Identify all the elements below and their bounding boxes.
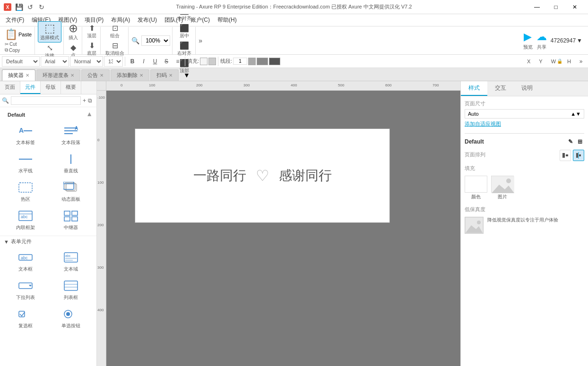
line-color-box3[interactable] xyxy=(269,58,280,65)
fill-color-box1[interactable] xyxy=(200,58,208,65)
widget-text-para[interactable]: A 文本段落 xyxy=(49,122,93,149)
search-input[interactable] xyxy=(11,96,81,105)
tab-lottery-close[interactable]: ✕ xyxy=(26,73,29,78)
form-widgets-section[interactable]: ▼ 表单元件 xyxy=(0,236,96,247)
widget-group-collapse[interactable]: ▲ xyxy=(86,110,93,118)
widget-radio[interactable]: 单选按钮 xyxy=(49,306,93,332)
font-select[interactable]: Arial xyxy=(41,56,69,67)
copy-button[interactable]: ⧉ Copy xyxy=(4,47,21,53)
svg-rect-30 xyxy=(64,281,78,290)
minimize-button[interactable]: — xyxy=(527,0,546,14)
tab-notice-close[interactable]: ✕ xyxy=(100,73,104,78)
section-action-edit[interactable]: ✎ xyxy=(566,137,575,146)
widget-listbox[interactable]: 列表框 xyxy=(49,277,93,304)
strikethrough-button[interactable]: S xyxy=(161,56,172,67)
tabs-more-button[interactable]: ▼ xyxy=(180,69,194,81)
save-icon[interactable]: 💾 xyxy=(15,3,23,11)
size-select[interactable]: 13 xyxy=(104,56,123,67)
tab-notice[interactable]: 公告 ✕ xyxy=(81,69,110,81)
menu-publish[interactable]: 发布(U) xyxy=(134,15,161,26)
weight-select[interactable]: Normal xyxy=(70,56,103,67)
paste-label: Paste xyxy=(18,32,32,37)
insert-button[interactable]: ⊕ 插入 xyxy=(67,22,80,42)
right-tab-style[interactable]: 样式 xyxy=(461,81,487,96)
page-size-select[interactable]: Auto ▲▼ xyxy=(465,109,584,119)
adaptive-link-text[interactable]: 添加自适应视图 xyxy=(465,121,501,127)
top-layer-button[interactable]: ⬆ 顶层 xyxy=(85,24,98,40)
tab-add-delete-close[interactable]: ✕ xyxy=(139,73,143,78)
copy-widget-button[interactable]: ⧉ xyxy=(88,96,92,105)
widget-textarea[interactable]: abc 文本域 xyxy=(49,249,93,275)
tab-scan[interactable]: 扫码 ✕ xyxy=(150,69,179,81)
canvas-page[interactable]: 一路同行 ♡ 感谢同行 xyxy=(135,128,390,223)
tab-ring-progress[interactable]: 环形进度条 ✕ xyxy=(36,69,80,81)
listbox-label: 列表框 xyxy=(64,294,78,301)
align-center-button[interactable]: ⬛ 居中 xyxy=(178,24,191,40)
add-widget-button[interactable]: + xyxy=(83,96,86,105)
redo-icon[interactable]: ↻ xyxy=(38,3,45,11)
widget-vline[interactable]: 垂直线 xyxy=(49,151,93,177)
fill-color-box2[interactable] xyxy=(208,58,216,65)
tab-lottery[interactable]: 抽奖器 ✕ xyxy=(2,69,35,81)
widget-dynamic-panel[interactable]: 动态面板 xyxy=(49,179,93,205)
more-widget-button[interactable]: ⋮ xyxy=(94,96,96,105)
arrange-center-button[interactable] xyxy=(573,150,584,161)
widget-hline[interactable]: 水平线 xyxy=(4,151,47,177)
widget-inline-frame[interactable]: abc 内联框架 xyxy=(4,207,47,234)
align-right-label: 右对齐 xyxy=(177,50,191,57)
widget-text-label[interactable]: A 文本标签 xyxy=(4,122,47,149)
tab-scan-close[interactable]: ✕ xyxy=(169,73,173,78)
cut-label: Cut xyxy=(9,42,17,47)
svg-rect-21 xyxy=(72,217,78,221)
right-tab-note[interactable]: 说明 xyxy=(514,81,540,96)
undo-icon[interactable]: ↺ xyxy=(26,3,34,11)
canvas-content[interactable]: 一路同行 ♡ 感谢同行 xyxy=(106,91,460,366)
left-tab-pages[interactable]: 页面 xyxy=(0,81,20,94)
add-adaptive-link[interactable]: 添加自适应视图 xyxy=(465,120,584,128)
italic-button[interactable]: I xyxy=(138,56,149,67)
paste-button[interactable]: 📋 Paste xyxy=(4,28,33,41)
share-icon: ☁ xyxy=(536,31,547,43)
left-tab-widgets[interactable]: 元件 xyxy=(20,81,41,94)
menu-help[interactable]: 帮助(H) xyxy=(214,15,241,26)
select-mode-button[interactable]: ⬚ 选择模式 xyxy=(38,21,61,43)
menu-file[interactable]: 文件(F) xyxy=(2,15,28,26)
zoom-select[interactable]: 100% 50% 75% 150% 200% xyxy=(141,35,170,46)
tab-add-delete[interactable]: 添加删除 ✕ xyxy=(111,69,149,81)
line-input[interactable] xyxy=(233,58,247,65)
ungroup-button[interactable]: ⊟ 取消组合 xyxy=(104,41,126,58)
left-tab-masters[interactable]: 母版 xyxy=(41,81,61,94)
widget-checkbox[interactable]: 复选框 xyxy=(4,306,47,332)
cut-button[interactable]: ✂ Cut xyxy=(4,42,18,47)
fill-color-item[interactable]: 颜色 xyxy=(465,176,487,200)
maximize-button[interactable]: □ xyxy=(546,0,565,14)
arrange-left-button[interactable] xyxy=(560,150,571,161)
bottom-layer-button[interactable]: ⬇ 底层 xyxy=(85,41,98,58)
underline-button[interactable]: U xyxy=(150,56,160,67)
share-group[interactable]: ☁ 共享 xyxy=(536,31,547,51)
section-action-add[interactable]: ⊞ xyxy=(576,137,584,146)
left-tab-outline[interactable]: 概要 xyxy=(61,81,81,94)
widget-dropdown[interactable]: 下拉列表 xyxy=(4,277,47,304)
widget-repeater[interactable]: 中继器 xyxy=(49,207,93,234)
close-button[interactable]: ✕ xyxy=(565,0,584,14)
tab-ring-progress-close[interactable]: ✕ xyxy=(70,73,74,78)
fill-image-item[interactable]: 图片 xyxy=(491,176,514,200)
right-tab-interaction[interactable]: 交互 xyxy=(487,81,514,96)
widget-hotspot[interactable]: 热区 xyxy=(4,179,47,205)
line-color-box1[interactable] xyxy=(248,58,256,65)
fmt-more-button[interactable]: » xyxy=(576,56,586,67)
style-select[interactable]: Default xyxy=(2,56,40,67)
widget-textbox[interactable]: abc 文本框 xyxy=(4,249,47,275)
list-button[interactable]: ≡ xyxy=(173,56,183,67)
bold-button[interactable]: B xyxy=(127,56,138,67)
project-id[interactable]: 47262947 ▼ xyxy=(551,37,582,44)
ruler-mark-200: 200 xyxy=(196,83,202,87)
text-para-label: 文本段落 xyxy=(61,139,80,146)
more-toolbar-button[interactable]: » xyxy=(197,35,204,46)
preview-group[interactable]: ▶ 预览 xyxy=(523,31,533,51)
fill-color-label: 颜色 xyxy=(471,194,481,200)
group-button[interactable]: ⊡ 组合 xyxy=(108,24,121,40)
align-right-button[interactable]: ⬛ 右对齐 xyxy=(175,41,193,58)
line-color-box2[interactable] xyxy=(257,58,268,65)
